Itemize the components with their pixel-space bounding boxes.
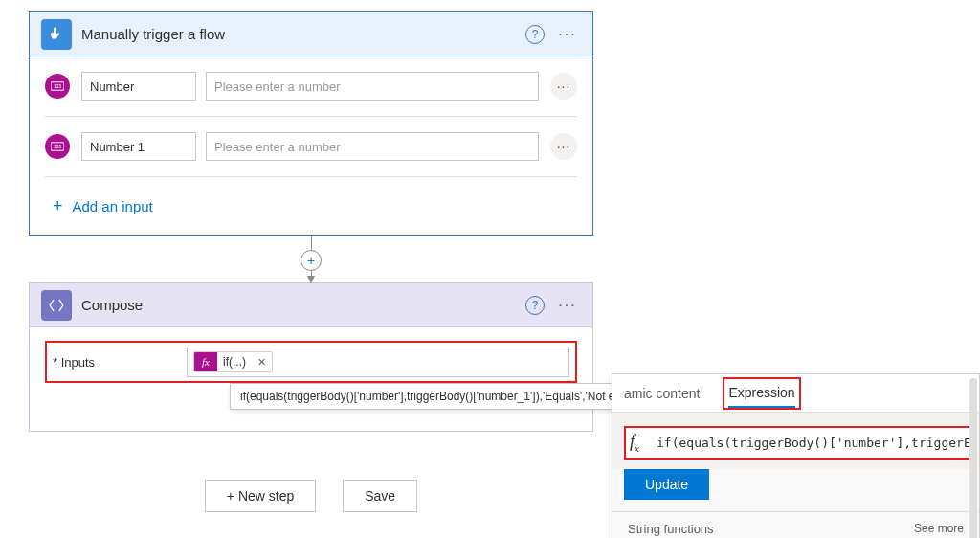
number-type-icon: 123	[45, 74, 70, 99]
connector: + ▼	[29, 236, 593, 282]
trigger-header[interactable]: Manually trigger a flow ? ···	[30, 12, 592, 56]
input-row-menu[interactable]: ···	[550, 133, 577, 160]
input-row-menu[interactable]: ···	[550, 73, 577, 100]
number-type-icon: 123	[45, 134, 70, 159]
help-icon[interactable]: ?	[525, 25, 545, 44]
save-button[interactable]: Save	[343, 480, 417, 512]
help-icon[interactable]: ?	[525, 296, 545, 315]
input-name-field[interactable]: Number	[81, 72, 196, 101]
trigger-menu-icon[interactable]: ···	[554, 26, 581, 43]
input-value-field[interactable]: Please enter a number	[206, 72, 539, 101]
token-remove-icon[interactable]: ✕	[252, 356, 272, 369]
section-title: String functions	[628, 522, 714, 536]
manual-trigger-icon	[41, 19, 72, 50]
trigger-input-row: 123 Number 1 Please enter a number ···	[45, 117, 577, 177]
expression-panel: amic content Expression fx if(equals(tri…	[612, 373, 980, 538]
compose-title: Compose	[81, 297, 525, 313]
arrow-down-icon: ▼	[304, 275, 318, 282]
inputs-token-area[interactable]: fx if(...) ✕	[187, 347, 569, 377]
expression-input[interactable]: if(equals(triggerBody()['number'],trigge…	[657, 436, 971, 450]
functions-section-header: String functions See more	[612, 511, 979, 538]
panel-scrollbar[interactable]	[969, 378, 977, 538]
trigger-input-row: 123 Number Please enter a number ···	[45, 56, 577, 117]
expression-tooltip: if(equals(triggerBody()['number'],trigge…	[230, 383, 654, 410]
add-input-button[interactable]: + Add an input	[45, 177, 577, 235]
update-button[interactable]: Update	[624, 469, 709, 500]
input-name-field[interactable]: Number 1	[81, 132, 196, 161]
plus-icon: +	[53, 196, 63, 216]
tab-dynamic-content[interactable]: amic content	[624, 374, 700, 413]
see-more-link[interactable]: See more	[914, 522, 964, 536]
tab-expression[interactable]: Expression	[728, 379, 794, 408]
trigger-title: Manually trigger a flow	[81, 26, 525, 42]
inputs-label: Inputs	[53, 355, 187, 370]
fx-icon: fx	[630, 432, 657, 454]
expression-input-row: fx if(equals(triggerBody()['number'],tri…	[624, 426, 977, 460]
add-input-label: Add an input	[73, 198, 153, 214]
svg-text:123: 123	[54, 145, 61, 149]
new-step-button[interactable]: + New step	[205, 480, 316, 512]
panel-tabs: amic content Expression	[612, 374, 979, 413]
compose-menu-icon[interactable]: ···	[554, 297, 581, 314]
token-text: if(...)	[217, 355, 252, 369]
expression-token[interactable]: fx if(...) ✕	[193, 351, 273, 372]
trigger-card: Manually trigger a flow ? ··· 123 Number…	[29, 11, 593, 236]
fx-icon: fx	[194, 351, 217, 372]
compose-icon	[41, 290, 72, 321]
compose-inputs-section: Inputs fx if(...) ✕	[45, 341, 577, 383]
insert-step-button[interactable]: +	[301, 250, 322, 271]
compose-header[interactable]: Compose ? ···	[30, 283, 592, 327]
svg-text:123: 123	[54, 84, 61, 89]
input-value-field[interactable]: Please enter a number	[206, 132, 539, 161]
